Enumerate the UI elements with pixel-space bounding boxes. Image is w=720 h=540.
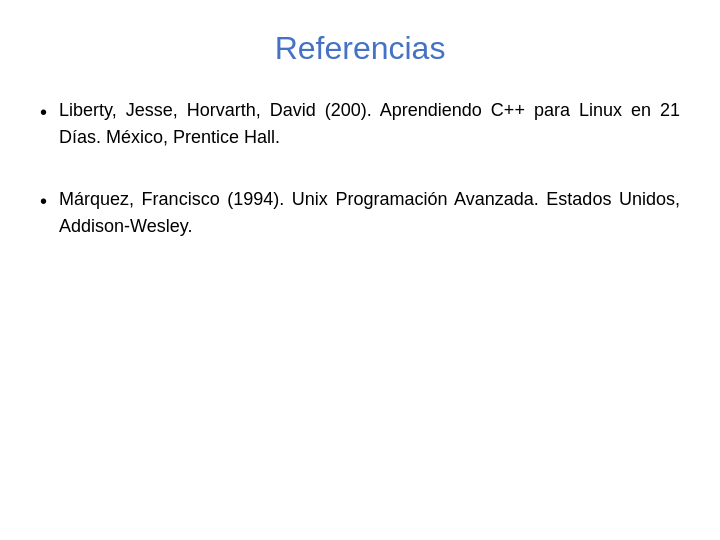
page-title: Referencias xyxy=(40,30,680,67)
references-list: • Liberty, Jesse, Horvarth, David (200).… xyxy=(40,97,680,275)
reference-1-text: Liberty, Jesse, Horvarth, David (200). A… xyxy=(59,97,680,151)
reference-2-text: Márquez, Francisco (1994). Unix Programa… xyxy=(59,186,680,240)
list-item: • Liberty, Jesse, Horvarth, David (200).… xyxy=(40,97,680,151)
bullet-icon: • xyxy=(40,97,47,127)
bullet-icon: • xyxy=(40,186,47,216)
list-item: • Márquez, Francisco (1994). Unix Progra… xyxy=(40,186,680,240)
